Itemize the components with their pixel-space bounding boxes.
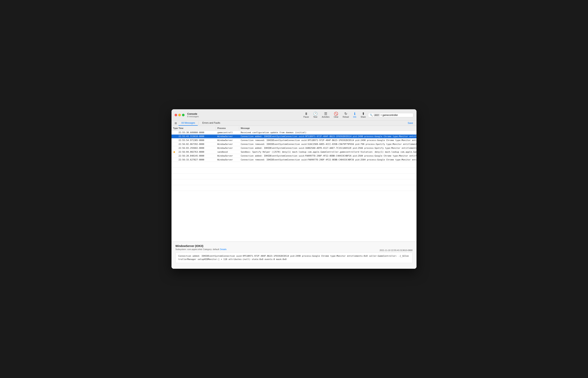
row-indicator [172, 150, 177, 154]
detail-meta-row: Subsystem: com.apple.iohid Category: def… [175, 248, 413, 252]
row-message: Sandbox: Spotify Helper ((2570) deny(1) … [239, 150, 416, 154]
tab-errors-faults[interactable]: Errors and Faults [200, 121, 223, 126]
row-time: 22:55:43.313610-0800 [177, 135, 216, 138]
app-title: Console 8 messages [187, 112, 199, 118]
table-row[interactable]: 22:55:54.971385-0800WindowServerConnecti… [172, 138, 416, 142]
row-time: 22:56:33.627827-0800 [177, 158, 216, 162]
row-indicator [172, 154, 177, 158]
detail-subsystem: Subsystem: com.apple.iohid [175, 248, 202, 250]
table-row[interactable]: 22:55:43.313610-0800WindowServerConnecti… [172, 135, 416, 138]
tabs-row: ⊞ All Messages Errors and Faults Save [172, 121, 416, 126]
titlebar: Console 8 messages ⏸ Pause 🕐 Now ☰ Activ… [172, 109, 416, 121]
row-message: Connection removed: IOHIDEventSystemConn… [239, 142, 416, 146]
row-message: Connection added: IOHIDEventSystemConnec… [239, 135, 416, 138]
table-row[interactable]: 22:56:04.002763-0800sandboxdSandbox: Spo… [172, 150, 416, 154]
row-process: WindowServer [216, 146, 239, 150]
now-icon: 🕐 [313, 112, 318, 116]
activities-icon: ☰ [324, 112, 327, 116]
table-row[interactable]: 22:56:02.067392-0800WindowServerConnecti… [172, 142, 416, 146]
row-time: 22:55:54.971385-0800 [177, 138, 216, 142]
clear-icon: 🚫 [334, 112, 338, 116]
pause-button[interactable]: ⏸ Pause [302, 111, 311, 119]
detail-meta: Subsystem: com.apple.iohid Category: def… [175, 248, 227, 250]
search-input[interactable] [383, 114, 412, 117]
col-message: Message [239, 127, 416, 130]
empty-row [172, 174, 416, 179]
traffic-lights [175, 114, 185, 116]
table-row[interactable]: 22:56:28.848145-0800WindowServerConnecti… [172, 154, 416, 158]
row-message: Connection added: IOHIDEventSystemConnec… [239, 154, 416, 158]
table-header: Type Time Process Message [172, 126, 416, 131]
toolbar: ⏸ Pause 🕐 Now ☰ Activities 🚫 Clear [302, 111, 413, 119]
table-row[interactable]: 22:56:33.627827-0800WindowServerConnecti… [172, 158, 416, 162]
activities-button[interactable]: ☰ Activities [320, 111, 331, 119]
warning-dot [174, 151, 175, 153]
minimize-button[interactable] [178, 114, 181, 116]
detail-timestamp: 2021-11-10 22:55:43.313610-0800 [380, 249, 413, 251]
table-row[interactable]: 22:56:03.293602-0800WindowServerConnecti… [172, 146, 416, 150]
empty-row [172, 168, 416, 174]
row-indicator [172, 142, 177, 146]
row-process: gamecontroll [216, 131, 239, 134]
table-body: 22:55:38.609880-0800gamecontrollReceived… [172, 131, 416, 242]
row-message: Connection added: IOHIDEventSystemConnec… [239, 146, 416, 150]
row-process: WindowServer [216, 154, 239, 158]
info-icon: ℹ [354, 112, 355, 116]
app-subtitle: 8 messages [187, 115, 199, 118]
row-message: Received configuration update from daemo… [239, 131, 416, 134]
row-process: WindowServer [216, 135, 239, 138]
detail-category: Category: default [203, 248, 219, 250]
empty-row [172, 162, 416, 168]
save-button[interactable]: Save [406, 121, 415, 125]
tab-all-messages[interactable]: All Messages [178, 121, 198, 126]
empty-row [172, 185, 416, 191]
row-message: Connection removed: IOHIDEventSystemConn… [239, 138, 416, 142]
pause-icon: ⏸ [305, 112, 308, 116]
row-process: WindowServer [216, 158, 239, 162]
detail-message: Connection added: IOHIDEventSystemConnec… [175, 252, 413, 263]
row-time: 22:55:38.609880-0800 [177, 131, 216, 134]
row-time: 22:56:28.848145-0800 [177, 154, 216, 158]
col-process: Process [216, 127, 239, 130]
row-indicator [172, 138, 177, 142]
share-button[interactable]: ⬆ Share [359, 111, 368, 119]
row-indicator [172, 135, 177, 138]
detail-panel: WindowServer (IOKit) Subsystem: com.appl… [172, 242, 416, 269]
clear-label: Clear [334, 116, 338, 118]
now-button[interactable]: 🕐 Now [311, 111, 320, 119]
maximize-button[interactable] [182, 114, 185, 116]
close-button[interactable] [175, 114, 177, 116]
col-time: Time [177, 127, 216, 130]
row-time: 22:56:02.067392-0800 [177, 142, 216, 146]
activities-label: Activities [322, 116, 329, 118]
pause-label: Pause [304, 116, 309, 118]
reload-label: Reload [343, 116, 349, 118]
row-message: Connection removed: IOHIDEventSystemConn… [239, 158, 416, 162]
app-title-name: Console [187, 112, 199, 115]
clear-button[interactable]: 🚫 Clear [332, 111, 340, 119]
tab-separator [199, 122, 199, 125]
share-icon: ⬆ [362, 112, 365, 116]
detail-details-link[interactable]: Details [220, 248, 227, 250]
search-icon: 🔍 [370, 114, 373, 117]
now-label: Now [313, 116, 317, 118]
sidebar-toggle-button[interactable]: ⊞ [173, 121, 178, 125]
reload-icon: ↻ [344, 112, 347, 116]
search-bar: 🔍 ANY ▾ [368, 113, 413, 117]
row-time: 22:56:04.002763-0800 [177, 150, 216, 154]
chevron-down-icon[interactable]: ▾ [381, 114, 382, 116]
row-indicator [172, 146, 177, 150]
row-process: sandboxd [216, 150, 239, 154]
row-indicator [172, 131, 177, 134]
detail-title: WindowServer (IOKit) [175, 244, 413, 247]
table-row[interactable]: 22:55:38.609880-0800gamecontrollReceived… [172, 131, 416, 135]
row-time: 22:56:03.293602-0800 [177, 146, 216, 150]
info-button[interactable]: ℹ Info [351, 111, 358, 119]
reload-button[interactable]: ↻ Reload [341, 111, 351, 119]
share-label: Share [361, 116, 366, 118]
row-process: WindowServer [216, 142, 239, 146]
console-window: Console 8 messages ⏸ Pause 🕐 Now ☰ Activ… [172, 109, 416, 269]
search-any-button[interactable]: ANY [374, 114, 380, 117]
empty-row [172, 179, 416, 185]
col-type: Type [172, 127, 177, 130]
